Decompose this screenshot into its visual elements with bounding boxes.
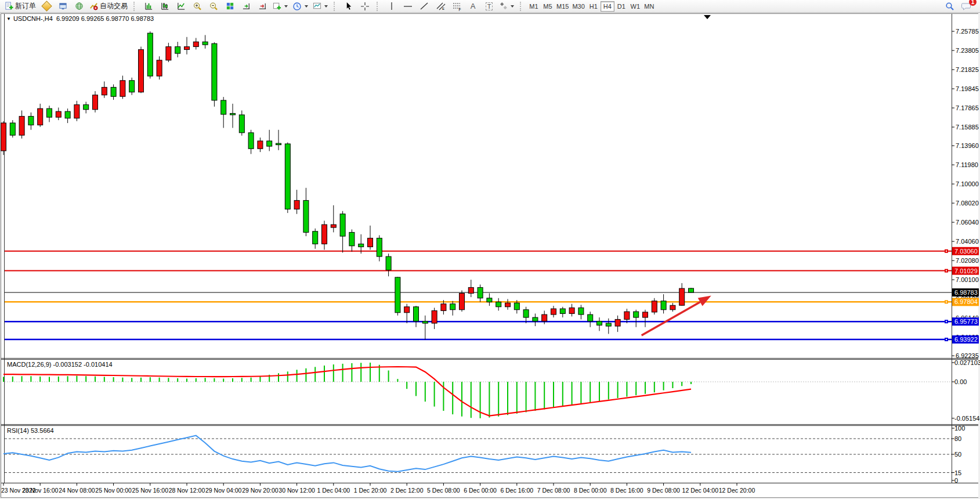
periods-button[interactable]	[290, 0, 310, 13]
macd-scale-label: -0.051546	[954, 415, 980, 422]
auto-scroll-icon	[242, 2, 251, 10]
cursor-button[interactable]	[341, 0, 357, 13]
candle	[129, 78, 135, 95]
price-tag-label: 7.01029	[954, 267, 978, 274]
candle	[1, 121, 6, 155]
timeframe-m1[interactable]: M1	[527, 1, 541, 12]
time-tick-label: 2 Dec 12:00	[390, 487, 424, 494]
monitor-button[interactable]	[55, 0, 71, 13]
candle	[395, 277, 400, 316]
chart-shift-button[interactable]	[254, 0, 270, 13]
rsi-scale-label: 0	[954, 477, 958, 484]
price-tick-label: 7.15885	[956, 124, 979, 131]
candle	[10, 120, 15, 138]
support-line-2-tag: 6.93922	[952, 335, 979, 343]
candle	[139, 46, 144, 93]
candle	[147, 31, 153, 78]
new-order-icon	[5, 2, 13, 10]
monitor-icon	[59, 2, 67, 10]
resistance-line-2-tag: 7.01029	[952, 267, 979, 275]
auto-scroll-button[interactable]	[238, 0, 254, 13]
gold-icon	[41, 1, 52, 11]
rsi-scale-label: 80	[954, 435, 961, 442]
svg-text:F: F	[458, 7, 461, 11]
price-tick-label: 7.23805	[956, 47, 979, 54]
rsi-scale-label: 50	[954, 451, 961, 458]
search-button[interactable]	[942, 0, 958, 13]
gold-button[interactable]	[38, 0, 55, 13]
price-tick-label: 7.21825	[956, 66, 979, 73]
candlestick-button[interactable]	[157, 0, 173, 13]
time-tick-label: 1 Dec 20:00	[354, 487, 387, 494]
chart-collapse-icon[interactable]: ▼	[6, 16, 11, 21]
fibonacci-button[interactable]: F	[449, 0, 465, 13]
time-tick-label: 6 Dec 00:00	[464, 487, 497, 494]
price-tick-label: 7.11980	[956, 161, 978, 168]
new-order-button[interactable]: 新订单	[2, 0, 38, 13]
timeframe-w1[interactable]: W1	[628, 1, 642, 12]
timeframe-h4[interactable]: H4	[601, 1, 614, 12]
templates-button[interactable]	[310, 0, 330, 13]
timeframe-m5[interactable]: M5	[541, 1, 555, 12]
timeframe-d1[interactable]: D1	[614, 1, 628, 12]
price-tag-label: 7.03060	[954, 248, 978, 255]
ohlc-high: 6.99265	[81, 15, 104, 22]
time-tick-label: 8 Dec 16:00	[610, 487, 643, 494]
vertical-line-button[interactable]	[384, 0, 400, 13]
time-tick-label: 5 Dec 08:00	[427, 487, 460, 494]
time-tick-label: 28 Nov 12:00	[169, 487, 205, 494]
bar-chart-icon	[144, 2, 153, 10]
arrows-icon	[500, 2, 508, 10]
timeframe-mn[interactable]: MN	[642, 1, 656, 12]
time-tick-label: 12 Dec 04:00	[682, 487, 719, 494]
macd-scale-label: 0.027103	[954, 359, 980, 366]
timeframe-h1[interactable]: H1	[587, 1, 601, 12]
zoom-in-icon	[193, 2, 202, 11]
arrows-button[interactable]	[497, 0, 516, 13]
time-tick-label: 29 Nov 04:00	[205, 487, 242, 494]
text-label-button[interactable]: T	[481, 0, 497, 13]
channel-button[interactable]: E	[432, 0, 449, 13]
timeframe-m30[interactable]: M30	[570, 1, 586, 12]
time-tick-label: 6 Dec 16:00	[500, 487, 533, 494]
text-button[interactable]: A	[465, 0, 481, 13]
trendline-button[interactable]	[416, 0, 432, 13]
tile-windows-icon	[226, 2, 234, 10]
chart-area[interactable]: 7.257857.238057.218257.198457.178657.158…	[0, 0, 980, 499]
indicators-button[interactable]	[270, 0, 290, 13]
chart-shift-icon	[258, 2, 267, 10]
cursor-icon	[345, 2, 353, 10]
macd-name: MACD(12,26,9)	[7, 361, 51, 368]
price-tick-label: 6.92235	[956, 352, 979, 359]
time-tick-label: 1 Dec 04:00	[317, 487, 350, 494]
candle	[460, 290, 465, 312]
chart-title: ▼USDCNH-,H4 6.99209 6.99265 6.98770 6.98…	[6, 15, 154, 22]
price-tag-label: 6.97804	[954, 298, 978, 305]
timeframe-m15[interactable]: M15	[555, 1, 570, 12]
time-tick-label: 23 Nov 16:00	[22, 487, 59, 494]
zoom-in-button[interactable]	[189, 0, 205, 13]
indicators-icon	[273, 2, 281, 10]
price-tag-label: 6.95773	[954, 318, 978, 325]
globe-button[interactable]	[71, 0, 87, 13]
crosshair-button[interactable]	[357, 0, 373, 13]
rsi-value: 53.5664	[31, 427, 54, 434]
zoom-out-button[interactable]	[205, 0, 222, 13]
time-tick-label: 9 Dec 08:00	[647, 487, 680, 494]
current-price-line-tag: 6.98783	[952, 288, 979, 296]
candle	[285, 142, 290, 213]
notifications-button[interactable]: 1	[958, 0, 974, 13]
crosshair-icon	[360, 2, 370, 11]
rsi-scale-label: 15	[954, 469, 961, 476]
tile-windows-button[interactable]	[222, 0, 238, 13]
auto-trading-button[interactable]: 自动交易	[87, 0, 130, 13]
horizontal-line-button[interactable]	[400, 0, 416, 13]
line-chart-button[interactable]	[173, 0, 189, 13]
price-tick-label: 7.02080	[956, 257, 979, 264]
macd-scale-label: 0.00	[954, 378, 967, 385]
bar-chart-button[interactable]	[140, 0, 157, 13]
periods-icon	[292, 2, 302, 11]
ohlc-low: 6.98770	[106, 15, 129, 22]
price-tick-label: 7.19845	[956, 85, 979, 92]
price-tick-label: 7.06040	[956, 219, 979, 226]
